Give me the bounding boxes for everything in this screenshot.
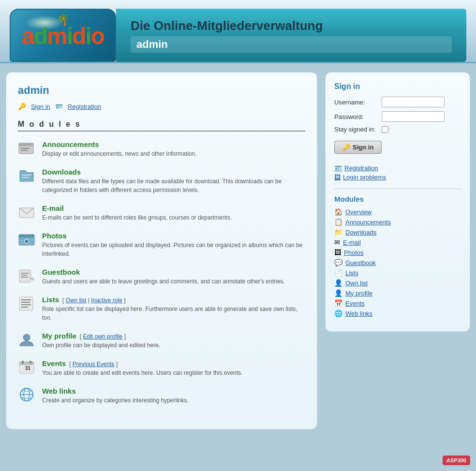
photos-title[interactable]: Photos	[42, 232, 67, 240]
svg-rect-15	[19, 297, 33, 310]
watermark: ASP300	[443, 456, 470, 465]
right-module-overview: 🏠 Overview	[334, 208, 461, 216]
svg-rect-19	[21, 307, 28, 308]
reg-icon-right: 🪪	[334, 164, 342, 172]
guestbook-content: Guestbook Guests and users are able to l…	[42, 268, 285, 286]
stay-signed-checkbox[interactable]	[382, 126, 388, 133]
previous-events-link[interactable]: Previous Events	[73, 361, 115, 368]
signin-btn-label: Sign in	[353, 144, 373, 151]
events-content: Events [ Previous Events ] You are able …	[42, 359, 242, 377]
svg-rect-12	[21, 273, 29, 274]
myprofile-icon	[18, 332, 35, 347]
weblinks-icon	[18, 387, 35, 402]
username-row: Username:	[334, 97, 461, 107]
myprofile-content: My profile [ Edit own profile ] Own prof…	[42, 332, 160, 350]
events-title[interactable]: Events	[42, 359, 66, 368]
header-username: admin	[131, 36, 452, 53]
guestbook-icon	[18, 268, 35, 283]
right-lists-link[interactable]: Lists	[345, 269, 358, 277]
right-module-downloads: 📁 Downloads	[334, 228, 461, 236]
auth-links: 🔑 Sign in 🪪 Registration	[18, 103, 305, 110]
modules-title-right: Modules	[334, 195, 461, 203]
login-problems-icon: 🖼	[334, 174, 341, 181]
header: 🌴 admidio Die Online-Mitgliederverwaltun…	[0, 0, 476, 63]
registration-link[interactable]: Registration	[68, 103, 101, 110]
downloads-content: Downloads Different data files and file …	[42, 168, 305, 194]
username-label: Username:	[334, 99, 378, 106]
signin-title: Sign in	[334, 82, 461, 91]
announcements-icon	[18, 140, 35, 156]
lists-title[interactable]: Lists	[42, 295, 59, 304]
guestbook-title[interactable]: Guestbook	[42, 268, 80, 276]
main-wrapper: admin 🔑 Sign in 🪪 Registration M o d u l…	[0, 63, 476, 438]
right-downloads-link[interactable]: Downloads	[345, 229, 376, 236]
signin-button[interactable]: 🔑 Sign in	[334, 141, 382, 154]
right-module-ownlist: 👤 Own list	[334, 279, 461, 287]
palm-icon: 🌴	[57, 14, 70, 26]
lists-icon	[18, 295, 35, 311]
module-myprofile: My profile [ Edit own profile ] Own prof…	[18, 332, 305, 350]
svg-rect-14	[21, 277, 28, 278]
username-input[interactable]	[382, 97, 445, 107]
svg-rect-2	[21, 148, 30, 149]
right-module-guestbook: 💬 Guestbook	[334, 259, 461, 266]
right-announcements-icon: 📋	[334, 218, 342, 226]
key-icon: 🔑	[18, 103, 26, 110]
right-ownlist-link[interactable]: Own list	[345, 280, 368, 287]
right-myprofile-icon: 👤	[334, 289, 342, 297]
signin-key-icon: 🔑	[342, 144, 350, 151]
email-title[interactable]: E-mail	[42, 204, 64, 212]
announcements-content: Announcements Display or edit announceme…	[42, 140, 197, 158]
email-icon	[18, 204, 35, 220]
downloads-icon	[18, 168, 35, 183]
svg-rect-24	[30, 361, 31, 364]
overview-link[interactable]: Overview	[345, 208, 372, 216]
photos-icon	[18, 232, 35, 247]
password-input[interactable]	[382, 111, 445, 122]
module-email: E-mail E-mails can be sent to different …	[18, 204, 305, 222]
myprofile-desc: Own profile can be displayed and edited …	[42, 341, 160, 350]
svg-rect-13	[21, 275, 27, 276]
right-login-problems-link[interactable]: 🖼 Login problems	[334, 174, 461, 181]
module-photos: Photos Pictures of events can be uploade…	[18, 232, 305, 258]
svg-rect-18	[21, 304, 31, 305]
right-events-icon: 📅	[334, 299, 342, 307]
right-downloads-icon: 📁	[334, 228, 342, 236]
logo-text: admidio	[22, 23, 104, 49]
email-desc: E-mails can be sent to different roles l…	[42, 213, 232, 222]
right-module-weblinks: 🌐 Web links	[334, 309, 461, 317]
right-registration-link[interactable]: 🪪 Registration	[334, 164, 461, 172]
password-label: Password:	[334, 113, 378, 120]
myprofile-title[interactable]: My profile	[42, 332, 76, 340]
signin-link[interactable]: Sign in	[31, 103, 50, 110]
inactive-role-link[interactable]: Inactive role	[91, 297, 122, 304]
module-downloads: Downloads Different data files and file …	[18, 168, 305, 194]
lists-desc: Role specific list can be displayed here…	[42, 305, 305, 322]
right-lists-icon: 📄	[334, 269, 342, 277]
edit-own-profile-link[interactable]: Edit own profile	[83, 333, 122, 340]
modules-heading: M o d u l e s	[18, 120, 305, 132]
header-subtitle: Die Online-Mitgliederverwaltung	[131, 18, 452, 33]
announcements-title[interactable]: Announcements	[42, 140, 99, 148]
right-module-myprofile: 👤 My profile	[334, 289, 461, 297]
weblinks-desc: Create and organize by categories intere…	[42, 396, 189, 405]
downloads-title[interactable]: Downloads	[42, 168, 81, 176]
divider	[334, 189, 461, 189]
photos-content: Photos Pictures of events can be uploade…	[42, 232, 305, 258]
right-myprofile-link[interactable]: My profile	[345, 290, 372, 297]
right-ownlist-icon: 👤	[334, 279, 342, 287]
signin-section: Sign in Username: Password: Stay signed …	[334, 82, 461, 181]
events-icon: 31	[18, 359, 35, 375]
right-photos-link[interactable]: Photos	[344, 249, 363, 256]
right-events-link[interactable]: Events	[345, 300, 365, 307]
svg-rect-8	[19, 235, 34, 237]
right-guestbook-link[interactable]: Guestbook	[345, 259, 376, 266]
weblinks-title[interactable]: Web links	[42, 387, 76, 395]
own-list-link[interactable]: Own list	[66, 297, 87, 304]
right-photos-icon: 🖼	[334, 249, 341, 256]
right-announcements-link[interactable]: Announcements	[345, 219, 391, 226]
stay-signed-label: Stay signed in:	[334, 126, 378, 133]
right-weblinks-link[interactable]: Web links	[345, 310, 372, 317]
header-title-bar: Die Online-Mitgliederverwaltung admin	[116, 9, 466, 62]
right-email-link[interactable]: E-mail	[343, 239, 361, 246]
